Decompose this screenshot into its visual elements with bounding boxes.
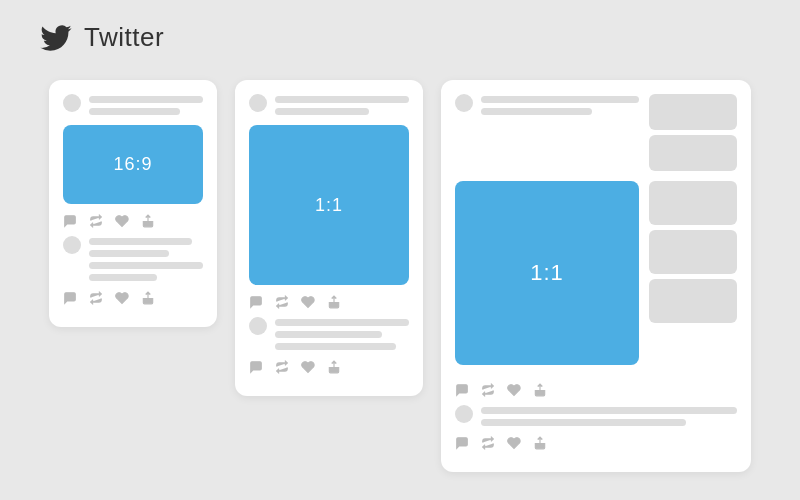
retweet-icon-c2-2 [275, 360, 289, 374]
avatar-c2-2 [249, 317, 267, 335]
retweet-icon-c3 [481, 383, 495, 397]
tweet-lines-c3 [481, 94, 639, 115]
avatar-c2 [249, 94, 267, 112]
sidebar-block-3 [649, 181, 737, 225]
sidebar-block-1 [649, 94, 737, 130]
card3-top [455, 94, 737, 171]
image-placeholder-16-9: 16:9 [63, 125, 203, 204]
retweet-icon [89, 214, 103, 228]
action-row-1 [63, 214, 203, 228]
tweet-lines-c2-2 [275, 317, 409, 350]
comment-icon-2 [63, 291, 77, 305]
card3-bottom-tweet [455, 405, 737, 450]
line [89, 274, 157, 281]
comment-icon-c3 [455, 383, 469, 397]
action-row-c3-2 [455, 436, 737, 450]
avatar-2 [63, 236, 81, 254]
aspect-ratio-label-3: 1:1 [530, 260, 564, 286]
card3-image-row: 1:1 [455, 181, 737, 375]
tweet-lines-c3-2 [481, 405, 737, 426]
line [89, 108, 180, 115]
sidebar-block-2 [649, 135, 737, 171]
tweet-lines-1 [89, 94, 203, 115]
heart-icon [115, 214, 129, 228]
tweet-header-c3 [455, 94, 639, 115]
line [89, 250, 169, 257]
line [481, 108, 592, 115]
avatar-c3-2 [455, 405, 473, 423]
line [275, 343, 396, 350]
sidebar-block-5 [649, 279, 737, 323]
tweet-header-c2-2 [249, 317, 409, 350]
card3-sidebar-2 [649, 181, 737, 375]
heart-icon-c3 [507, 383, 521, 397]
header: Twitter [0, 0, 800, 75]
action-row-c3 [455, 383, 737, 397]
aspect-ratio-label-1: 16:9 [113, 154, 152, 175]
line [89, 96, 203, 103]
card-2: 1:1 [235, 80, 423, 396]
comment-icon-c2-2 [249, 360, 263, 374]
card3-top-left [455, 94, 639, 171]
share-icon-c2 [327, 295, 341, 309]
sidebar-block-4 [649, 230, 737, 274]
heart-icon-c2 [301, 295, 315, 309]
tweet-header-c3-2 [455, 405, 737, 426]
avatar-1 [63, 94, 81, 112]
tweet-header-c2 [249, 94, 409, 115]
retweet-icon-2 [89, 291, 103, 305]
retweet-icon-c3-2 [481, 436, 495, 450]
comment-icon-c2 [249, 295, 263, 309]
line [481, 407, 737, 414]
card3-sidebar [649, 94, 737, 171]
page-title: Twitter [84, 22, 164, 53]
tweet-header-2 [63, 236, 203, 281]
comment-icon [63, 214, 77, 228]
image-placeholder-1-1-c2: 1:1 [249, 125, 409, 285]
line [275, 331, 382, 338]
share-icon-c3 [533, 383, 547, 397]
image-placeholder-1-1-c3: 1:1 [455, 181, 639, 365]
share-icon-2 [141, 291, 155, 305]
action-row-c2 [249, 295, 409, 309]
share-icon [141, 214, 155, 228]
card3-image-left: 1:1 [455, 181, 639, 375]
comment-icon-c3-2 [455, 436, 469, 450]
share-icon-c3-2 [533, 436, 547, 450]
action-row-c2-2 [249, 360, 409, 374]
line [89, 238, 192, 245]
heart-icon-2 [115, 291, 129, 305]
heart-icon-c3-2 [507, 436, 521, 450]
mockup-area: 16:9 [0, 75, 800, 472]
share-icon-c2-2 [327, 360, 341, 374]
heart-icon-c2-2 [301, 360, 315, 374]
line [481, 419, 686, 426]
retweet-icon-c2 [275, 295, 289, 309]
line [481, 96, 639, 103]
aspect-ratio-label-2: 1:1 [315, 195, 343, 216]
avatar-c3 [455, 94, 473, 112]
tweet-lines-c2 [275, 94, 409, 115]
action-row-2 [63, 291, 203, 305]
twitter-bird-icon [40, 25, 72, 51]
tweet-lines-2 [89, 236, 203, 281]
line [89, 262, 203, 269]
card-1: 16:9 [49, 80, 217, 327]
card-3: 1:1 [441, 80, 751, 472]
line [275, 108, 369, 115]
line [275, 319, 409, 326]
line [275, 96, 409, 103]
tweet-header-1 [63, 94, 203, 115]
